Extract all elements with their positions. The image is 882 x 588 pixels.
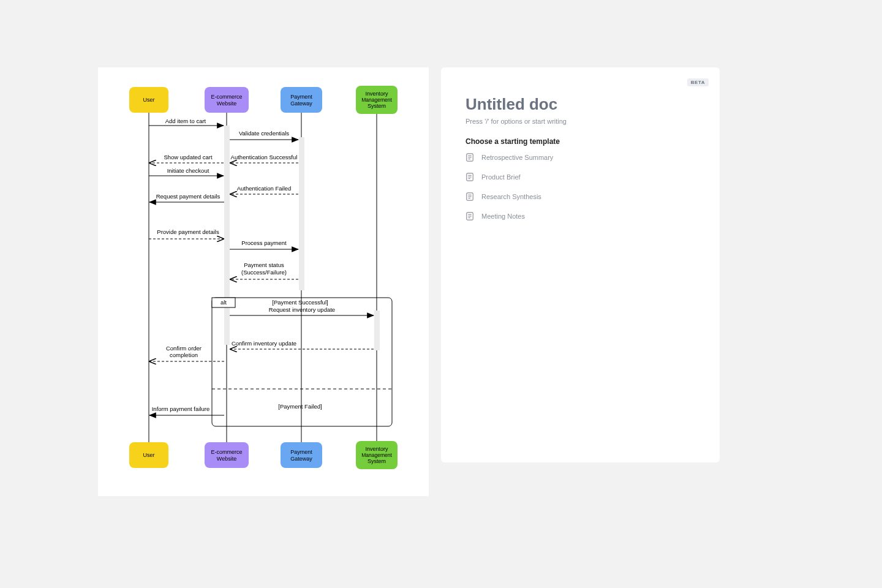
alt-guard-2: [Payment Failed] — [278, 403, 322, 410]
actor-gateway-top: Payment Gateway — [281, 87, 322, 113]
msg-add-item: Add item to cart — [165, 118, 206, 124]
msg-confirm-inventory: Confirm inventory update — [232, 340, 296, 347]
template-retrospective[interactable]: Retrospective Summary — [466, 152, 695, 163]
template-list: Retrospective Summary Product Brief Rese… — [466, 152, 695, 222]
template-product-brief[interactable]: Product Brief — [466, 172, 695, 183]
sequence-diagram-svg: User E-commerce Website Payment Gateway … — [98, 67, 429, 496]
actor-site-top: E-commerce Website — [205, 87, 249, 113]
template-research-synthesis[interactable]: Research Synthesis — [466, 191, 695, 202]
document-editor-panel[interactable]: BETA Untitled doc Press '/' for options … — [441, 67, 720, 462]
actor-site-bottom: E-commerce Website — [205, 442, 249, 468]
msg-confirm-order-b: completion — [170, 352, 198, 358]
svg-text:Inventory: Inventory — [365, 91, 388, 97]
svg-rect-14 — [205, 442, 249, 468]
svg-rect-17 — [281, 442, 322, 468]
msg-auth-success: Authentication Successful — [231, 154, 298, 160]
document-title[interactable]: Untitled doc — [466, 95, 695, 114]
svg-rect-5 — [281, 87, 322, 113]
document-icon — [466, 212, 474, 221]
svg-text:Website: Website — [217, 100, 236, 107]
activation-gateway-1 — [299, 137, 304, 290]
activation-site-2 — [224, 239, 230, 345]
sequence-diagram-panel: User E-commerce Website Payment Gateway … — [98, 67, 429, 496]
svg-text:System: System — [368, 103, 386, 109]
msg-checkout: Initiate checkout — [167, 167, 209, 174]
msg-req-payment: Request payment details — [156, 193, 221, 200]
document-icon — [466, 173, 474, 181]
document-icon — [466, 153, 474, 162]
svg-text:Payment: Payment — [290, 94, 312, 100]
beta-badge: BETA — [687, 78, 709, 86]
svg-text:User: User — [143, 452, 154, 458]
msg-status-a: Payment status — [244, 262, 284, 268]
activation-inventory — [374, 311, 380, 350]
svg-text:Payment: Payment — [290, 449, 312, 455]
alt-operator: alt — [221, 299, 227, 306]
actor-inventory-top: Inventory Management System — [356, 86, 398, 114]
template-meeting-notes[interactable]: Meeting Notes — [466, 211, 695, 222]
actor-user-top: User — [129, 87, 168, 113]
template-label: Product Brief — [481, 173, 521, 181]
msg-status-b: (Success/Failure) — [241, 269, 287, 276]
msg-provide-payment: Provide payment details — [157, 228, 219, 235]
svg-text:User: User — [143, 97, 154, 103]
msg-validate: Validate credentials — [239, 130, 289, 137]
template-label: Meeting Notes — [481, 213, 525, 220]
svg-text:Management: Management — [361, 97, 392, 103]
svg-text:E-commerce: E-commerce — [211, 449, 242, 455]
actor-gateway-bottom: Payment Gateway — [281, 442, 322, 468]
template-label: Retrospective Summary — [481, 154, 553, 161]
document-icon — [466, 192, 474, 201]
svg-text:Inventory: Inventory — [365, 446, 388, 452]
svg-text:System: System — [368, 458, 386, 464]
document-subtitle: Press '/' for options or start writing — [466, 118, 695, 125]
msg-req-inventory: Request inventory update — [269, 306, 335, 313]
svg-text:E-commerce: E-commerce — [211, 94, 242, 100]
template-header: Choose a starting template — [466, 137, 695, 146]
msg-process: Process payment — [241, 239, 287, 246]
actor-user-bottom: User — [129, 442, 168, 468]
svg-text:Website: Website — [217, 456, 236, 462]
svg-rect-2 — [205, 87, 249, 113]
svg-text:Gateway: Gateway — [290, 456, 312, 462]
activation-site-1 — [224, 126, 230, 239]
msg-confirm-order-a: Confirm order — [166, 345, 202, 352]
alt-guard-1: [Payment Successful] — [272, 299, 328, 306]
svg-text:Management: Management — [361, 452, 392, 458]
svg-text:Gateway: Gateway — [290, 100, 312, 107]
msg-inform-failure: Inform payment failure — [152, 405, 210, 412]
actor-inventory-bottom: Inventory Management System — [356, 441, 398, 469]
msg-auth-fail: Authentication Failed — [237, 185, 292, 192]
template-label: Research Synthesis — [481, 193, 541, 200]
msg-show-cart: Show updated cart — [164, 154, 213, 160]
